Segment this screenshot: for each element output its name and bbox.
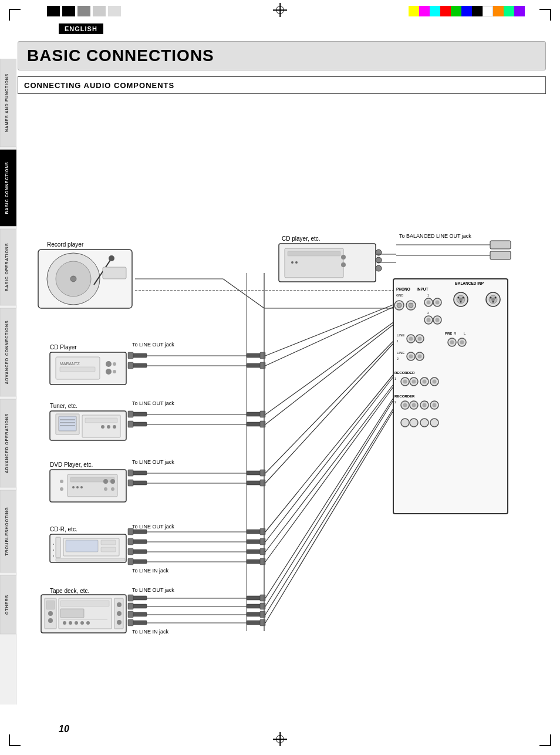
tuner-label: Tuner, etc. <box>50 403 77 409</box>
svg-rect-195 <box>128 528 133 535</box>
svg-text:BASIC CONNECTIONS: BASIC CONNECTIONS <box>5 161 9 214</box>
svg-text:MARANTZ: MARANTZ <box>60 362 80 366</box>
svg-rect-31 <box>490 241 511 249</box>
svg-point-84 <box>418 355 422 359</box>
svg-point-236 <box>117 620 122 625</box>
svg-line-257 <box>265 398 393 598</box>
dvd-player-label: DVD Player, etc. <box>50 461 93 468</box>
svg-point-46 <box>436 301 440 305</box>
svg-rect-255 <box>247 621 261 625</box>
corner-mark-tl <box>9 9 21 21</box>
main-content: BASIC CONNECTIONS CONNECTING AUDIO COMPO… <box>18 41 546 678</box>
svg-text:INPUT: INPUT <box>417 287 429 291</box>
tape-line-in-label: To LINE IN jack <box>132 629 169 635</box>
diagram-area: Record player CD player, etc. <box>18 103 522 678</box>
record-player-label: Record player <box>47 241 84 248</box>
svg-rect-185 <box>56 537 60 558</box>
crosshair-top <box>273 3 287 17</box>
svg-rect-209 <box>132 559 147 564</box>
svg-rect-187 <box>66 540 98 552</box>
section-title: CONNECTING AUDIO COMPONENTS <box>24 81 174 90</box>
svg-point-109 <box>401 419 409 427</box>
svg-point-230 <box>75 621 78 625</box>
svg-rect-248 <box>128 611 133 618</box>
svg-point-232 <box>86 621 90 625</box>
svg-point-30 <box>376 265 382 271</box>
section-header: CONNECTING AUDIO COMPONENTS <box>18 76 546 94</box>
svg-point-160 <box>60 480 63 483</box>
svg-rect-237 <box>132 596 147 600</box>
cdr-line-in-label: To LINE IN jack <box>132 568 169 574</box>
svg-point-78 <box>460 341 464 345</box>
sidebar-labels: NAMES AND FUNCTIONS BASIC CONNECTIONS BA… <box>0 59 16 705</box>
connection-diagram: Record player CD player, etc. <box>18 103 522 678</box>
svg-rect-193 <box>56 558 125 561</box>
svg-point-42 <box>409 303 413 308</box>
svg-rect-221 <box>46 601 55 609</box>
svg-point-229 <box>69 621 72 625</box>
svg-text:RECORDER: RECORDER <box>394 371 415 375</box>
svg-rect-122 <box>132 353 147 358</box>
svg-point-76 <box>450 341 454 345</box>
svg-rect-125 <box>247 353 261 358</box>
svg-point-164 <box>72 486 75 488</box>
svg-rect-188 <box>101 540 116 545</box>
svg-point-25 <box>341 262 346 267</box>
svg-rect-142 <box>85 418 117 423</box>
svg-rect-151 <box>132 422 147 426</box>
page-number: 10 <box>59 724 69 734</box>
svg-text:1: 1 <box>394 377 396 380</box>
svg-point-161 <box>60 487 63 491</box>
svg-point-228 <box>63 621 66 625</box>
svg-text:2: 2 <box>394 400 396 404</box>
color-bar <box>409 6 525 16</box>
svg-text:PHONO: PHONO <box>396 287 410 291</box>
svg-point-69 <box>409 337 413 341</box>
svg-point-64 <box>436 318 440 322</box>
svg-rect-172 <box>128 470 133 476</box>
svg-rect-225 <box>60 601 109 606</box>
svg-rect-210 <box>128 558 133 565</box>
svg-rect-179 <box>247 481 261 485</box>
svg-point-60 <box>492 301 494 303</box>
svg-line-262 <box>223 279 264 308</box>
svg-text:To LINE OUT jack: To LINE OUT jack <box>132 400 174 406</box>
svg-point-234 <box>117 602 122 607</box>
svg-line-132 <box>265 305 393 356</box>
cd-player-plug-l <box>128 362 265 369</box>
svg-rect-247 <box>132 612 147 616</box>
svg-rect-238 <box>128 595 133 601</box>
balanced-line-out-label: To BALANCED LINE OUT jack <box>399 233 471 239</box>
svg-point-110 <box>410 419 418 427</box>
svg-rect-252 <box>132 621 147 625</box>
svg-point-235 <box>117 611 122 616</box>
svg-rect-207 <box>247 550 261 554</box>
svg-rect-174 <box>247 471 261 475</box>
svg-rect-23 <box>288 251 340 256</box>
svg-point-24 <box>341 255 346 259</box>
svg-point-62 <box>427 318 431 322</box>
title-box: BASIC CONNECTIONS <box>18 41 546 70</box>
svg-point-106 <box>423 403 427 407</box>
svg-point-166 <box>80 486 83 488</box>
svg-text:LINE: LINE <box>397 333 404 337</box>
svg-rect-20 <box>103 267 126 279</box>
svg-text:To LINE OUT jack: To LINE OUT jack <box>132 524 174 530</box>
svg-text:TROUBLESHOOTING: TROUBLESHOOTING <box>5 507 9 555</box>
svg-rect-171 <box>132 471 147 475</box>
cd-player-plug-r <box>128 352 265 359</box>
svg-rect-127 <box>132 363 147 368</box>
svg-text:NAMES AND FUNCTIONS: NAMES AND FUNCTIONS <box>5 73 9 132</box>
cd-player-top-label: CD player, etc. <box>282 235 321 242</box>
svg-point-102 <box>412 403 416 407</box>
svg-point-19 <box>109 255 114 261</box>
svg-point-40 <box>397 303 402 308</box>
svg-point-167 <box>103 479 108 484</box>
svg-point-90 <box>412 380 416 384</box>
svg-point-231 <box>80 621 84 625</box>
svg-point-144 <box>107 425 110 429</box>
corner-mark-tr <box>539 9 551 21</box>
crosshair-bottom <box>273 732 287 746</box>
svg-point-53 <box>463 297 464 299</box>
svg-line-258 <box>265 400 393 606</box>
